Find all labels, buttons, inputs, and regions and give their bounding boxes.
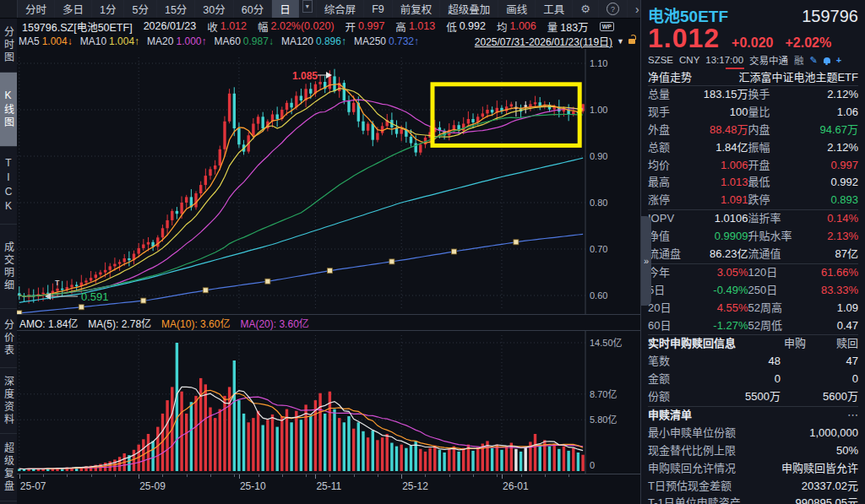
quote-field: 2026/01/23 xyxy=(144,20,197,32)
nav-row[interactable]: 净值走势 汇添富中证电池主题ETF xyxy=(648,68,858,86)
redeem-row: T-1日单位申赎资产990895.05元 xyxy=(648,495,858,504)
stat-value: 61.66% xyxy=(804,264,859,282)
redeem-row: 现金替代比例上限50% xyxy=(648,442,858,460)
add-plus-icon[interactable]: + xyxy=(836,55,841,65)
x-axis-minor-tick xyxy=(569,474,569,477)
settings-gear-icon[interactable]: ⚙ xyxy=(572,0,598,18)
ma-legend-ma20: MA201.000↑ xyxy=(147,35,206,47)
stat-row: 20日4.55%52周高1.09 xyxy=(648,300,858,317)
stat-value: 183.15万 xyxy=(694,86,748,104)
help-icon[interactable]: ? xyxy=(598,0,627,18)
stat-row: 5日-0.49%250日83.33% xyxy=(648,282,858,300)
sidebar-item-tick[interactable]: TICK xyxy=(0,147,17,225)
sidebar-item-trade-detail[interactable]: 成交明细 xyxy=(0,225,17,309)
volume-legend-item: MA(10): 3.60亿 xyxy=(161,316,230,330)
candlestick-chart[interactable]: 1.0850.591T1.101.000.900.800.700.60 xyxy=(17,49,640,314)
forward-adjust-button[interactable]: 前复权 xyxy=(392,0,440,18)
stat-row: 现手100量比1.06 xyxy=(648,104,858,122)
stat-label: 振幅 xyxy=(748,139,804,157)
stat-value: 2.12% xyxy=(804,86,859,104)
composite-screen-button[interactable]: 综合屏 xyxy=(316,0,364,18)
super-overlay-button[interactable]: 超级叠加 xyxy=(439,0,498,18)
tools-button[interactable]: 工具 xyxy=(535,0,572,18)
volume-legend-item: MA(20): 3.60亿 xyxy=(240,316,308,330)
stat-label: 跌停 xyxy=(748,192,804,209)
stat-value: 1.091 xyxy=(694,192,748,209)
stat-row: 流通盘86.23亿流通值87亿 xyxy=(648,246,858,263)
x-axis-label: 25-09 xyxy=(139,480,166,492)
wp-report-icon[interactable]: WP xyxy=(600,22,614,31)
sidebar-item-super-replay[interactable]: 超级复盘 xyxy=(0,434,17,501)
period-dropdown-icon[interactable]: ▾ xyxy=(302,0,313,13)
trading-status: 交易中通 xyxy=(749,53,788,67)
edit-pencil-icon[interactable]: ✎ xyxy=(810,55,818,66)
unlock-icon[interactable] xyxy=(628,39,635,44)
x-axis-minor-tick xyxy=(545,474,546,477)
tab-multiday[interactable]: 多日 xyxy=(55,0,92,18)
x-axis-minor-tick xyxy=(187,474,188,477)
stat-value: -0.49% xyxy=(694,282,748,300)
stat-label: 开盘 xyxy=(748,157,804,175)
x-axis-tick xyxy=(239,474,240,479)
stat-value: 4.55% xyxy=(694,300,748,317)
sidebar-item-depth-info[interactable]: 深度资料 xyxy=(0,368,17,434)
sub-table-row: 份额5500万5600万 xyxy=(648,388,858,406)
tabbar-corner xyxy=(0,0,18,18)
svg-text:T: T xyxy=(55,279,60,287)
ma-legend-ma5: MA51.004↓ xyxy=(19,35,73,47)
panel-expand-tab[interactable]: » xyxy=(641,216,651,306)
tab-daily[interactable]: 日 xyxy=(272,0,299,18)
stat-label: 总额 xyxy=(648,139,694,157)
x-axis-tick xyxy=(502,474,503,479)
stat-label: 52周高 xyxy=(748,300,804,317)
svg-text:5.80亿: 5.80亿 xyxy=(590,415,617,425)
date-range-control[interactable]: 2025/07/31-2026/01/23(119日) ▼ xyxy=(475,34,640,48)
x-axis: 25-0725-0925-1025-1125-1226-01 xyxy=(17,474,640,503)
x-axis-minor-tick xyxy=(306,474,307,477)
tab-timeshare[interactable]: 分时 xyxy=(18,0,55,18)
date-range-label[interactable]: 2025/07/31-2026/01/23(119日) xyxy=(475,34,612,48)
nav-tab-label[interactable]: 净值走势 xyxy=(648,68,692,84)
tab-1min[interactable]: 1分 xyxy=(92,0,124,18)
x-axis-minor-tick xyxy=(473,474,474,477)
stat-label: 最低 xyxy=(748,174,804,192)
stat-value: 83.33% xyxy=(804,282,859,300)
subscription-redemption-table: 实时申购赎回信息申购赎回笔数4847金额00份额5500万5600万 xyxy=(648,334,858,406)
stat-value: 100 xyxy=(694,104,748,122)
redeem-row: 申购赎回允许情况申购赎回皆允许 xyxy=(648,460,858,478)
range-dropdown-icon[interactable]: ▼ xyxy=(617,37,624,46)
stat-label: 流通盘 xyxy=(648,246,694,263)
svg-text:8.70亿: 8.70亿 xyxy=(590,389,617,399)
redeem-row: 最小申赎单位份额1,000,000 xyxy=(648,425,858,442)
x-axis-tick xyxy=(139,474,139,479)
stat-label: 涨停 xyxy=(648,192,694,209)
sidebar-item-kline[interactable]: K线图 xyxy=(0,73,17,147)
fund-full-name: 汇添富中证电池主题ETF xyxy=(738,68,858,84)
f9-button[interactable]: F9 xyxy=(363,0,392,18)
stat-label: 升贴水率 xyxy=(748,228,804,246)
volume-chart[interactable]: 14.50亿8.70亿5.80亿0 xyxy=(17,331,640,474)
svg-text:1.085: 1.085 xyxy=(292,70,318,82)
stat-label: 250日 xyxy=(748,282,804,300)
tab-30min[interactable]: 30分 xyxy=(195,0,233,18)
stat-value: -1.27% xyxy=(694,317,748,335)
stat-label: 最高 xyxy=(648,174,694,192)
tab-60min[interactable]: 60分 xyxy=(234,0,272,18)
currency-label: CNY xyxy=(679,55,699,65)
x-axis-minor-tick xyxy=(162,474,163,477)
quote-field: 均1.006 xyxy=(497,19,536,35)
sidebar-item-price-table[interactable]: 分价表 xyxy=(0,309,17,368)
stat-label: 溢折率 xyxy=(748,210,804,228)
sidebar-item-timeshare[interactable]: 分时图 xyxy=(0,19,17,73)
x-axis-minor-tick xyxy=(67,474,68,477)
tab-5min[interactable]: 5分 xyxy=(124,0,156,18)
stat-label: 量比 xyxy=(748,104,804,122)
tab-15min[interactable]: 15分 xyxy=(157,0,195,18)
draw-line-button[interactable]: 画线 xyxy=(498,0,535,18)
alert-bell-icon[interactable] xyxy=(824,57,830,63)
stat-label: IOPV xyxy=(648,210,694,228)
redeem-more-button[interactable]: ⋯ xyxy=(847,407,858,425)
sub-table-header: 实时申购赎回信息申购赎回 xyxy=(648,335,858,353)
stat-row: 60日-1.27%52周低0.47 xyxy=(648,317,858,335)
svg-text:0.60: 0.60 xyxy=(590,290,607,301)
